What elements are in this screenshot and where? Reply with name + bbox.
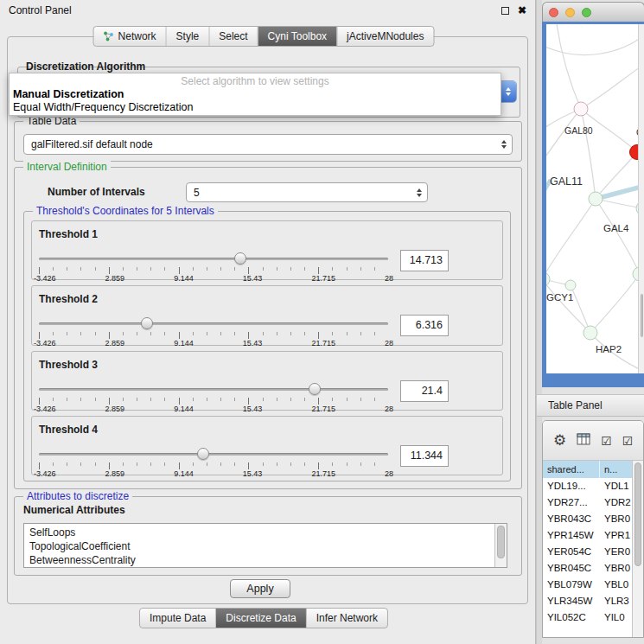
minimize-traffic-light-icon[interactable]: [565, 8, 575, 17]
thresholds-container: Threshold 1 -3.4262.8599.14415.4321.7152…: [31, 220, 503, 475]
threshold-slider[interactable]: -3.4262.8599.14415.4321.71528: [39, 317, 388, 347]
tick-label: 2.859: [105, 469, 125, 478]
gear-icon[interactable]: ⚙: [553, 433, 566, 448]
network-titlebar[interactable]: [542, 2, 644, 22]
slider-thumb[interactable]: [234, 252, 246, 265]
table-panel-header: Table Panel: [537, 394, 644, 417]
slider-thumb[interactable]: [141, 317, 153, 329]
threshold-value-field[interactable]: 11.344: [400, 445, 449, 467]
number-of-intervals-label: Number of Intervals: [48, 186, 145, 198]
slider-thumb[interactable]: [197, 448, 209, 460]
slider-ticks: [39, 398, 388, 405]
close-icon[interactable]: ✖: [518, 5, 526, 16]
tick-label: 28: [385, 339, 393, 348]
menu-option-manual-discretization[interactable]: Manual Discretization: [10, 88, 501, 101]
threshold-value-field[interactable]: 21.4: [400, 380, 449, 402]
menu-option-equal-width-frequency[interactable]: Equal Width/Frequency Discretization: [10, 101, 501, 114]
slider-ticks: [39, 462, 388, 469]
table-row[interactable]: YPR145WYPR1: [543, 527, 643, 544]
slider-track[interactable]: [39, 322, 388, 325]
network-canvas[interactable]: GAL80GAGAL11GAL4GCY1HAP2: [546, 24, 644, 373]
stepper-arrows-icon[interactable]: [501, 81, 516, 102]
table-row[interactable]: YER054CYER0: [543, 544, 643, 560]
network-node[interactable]: [589, 192, 603, 206]
list-item[interactable]: SelfLoops: [24, 526, 494, 539]
threshold-slider[interactable]: -3.4262.8599.14415.4321.71528: [39, 383, 388, 412]
network-edge: [571, 285, 590, 333]
app-root: Control Panel ✖ Network Style Select C: [0, 0, 644, 644]
table-cell[interactable]: YER054C: [543, 544, 600, 560]
number-of-intervals-combo[interactable]: 5: [186, 182, 428, 202]
tab-cyni-toolbox[interactable]: Cyni Toolbox: [258, 27, 336, 46]
network-node[interactable]: [574, 102, 588, 116]
slider-tick-labels: -3.4262.8599.14415.4321.71528: [34, 339, 393, 348]
network-edge: [581, 64, 644, 109]
network-icon: [104, 31, 114, 41]
table-cell[interactable]: YIL052C: [543, 609, 600, 626]
slider-ticks: [39, 267, 388, 274]
tick-label: 21.715: [311, 469, 335, 478]
apply-button[interactable]: Apply: [230, 579, 290, 598]
slider-thumb[interactable]: [309, 383, 321, 395]
network-edge: [581, 109, 596, 199]
table-cell[interactable]: YPR145W: [543, 527, 600, 544]
table-row[interactable]: YDR27...YDR2: [543, 494, 643, 511]
combo-value: galFiltered.sif default node: [31, 138, 153, 150]
slider-track[interactable]: [39, 453, 388, 456]
select-columns-icon[interactable]: ☑: [622, 435, 634, 447]
close-traffic-light-icon[interactable]: [549, 8, 558, 17]
network-edge: [557, 24, 581, 109]
tab-style[interactable]: Style: [166, 27, 209, 46]
network-scrollbar[interactable]: [638, 24, 644, 373]
tab-network[interactable]: Network: [94, 27, 166, 46]
network-node[interactable]: [565, 280, 576, 290]
tab-impute-data[interactable]: Impute Data: [140, 609, 215, 628]
float-window-icon[interactable]: [501, 7, 509, 15]
threshold-slider[interactable]: -3.4262.8599.14415.4321.71528: [39, 252, 388, 282]
network-node[interactable]: [546, 272, 550, 286]
table-scrollbar[interactable]: [632, 461, 643, 637]
table-row[interactable]: YIL052CYIL0: [543, 609, 643, 626]
list-scrollbar[interactable]: [494, 524, 507, 567]
list-item[interactable]: BetweennessCentrality: [24, 553, 494, 567]
tab-infer-network[interactable]: Infer Network: [306, 609, 387, 628]
tick-label: 9.144: [174, 469, 194, 478]
table-data-combo[interactable]: galFiltered.sif default node: [23, 134, 513, 155]
table-row[interactable]: YLR345WYLR3: [543, 593, 643, 609]
network-node[interactable]: [583, 326, 597, 340]
slider-track[interactable]: [39, 388, 388, 391]
select-all-columns-icon[interactable]: ☑: [601, 435, 612, 447]
table-cell[interactable]: YDR27...: [543, 494, 600, 511]
list-item[interactable]: TopologicalCoefficient: [24, 539, 494, 553]
columns-icon[interactable]: [577, 433, 590, 449]
table-cell[interactable]: YBL079W: [543, 577, 600, 593]
scrollbar-thumb[interactable]: [497, 526, 505, 558]
threshold-value-field[interactable]: 14.713: [400, 250, 449, 271]
table-cell[interactable]: YLR345W: [543, 593, 600, 609]
table-cell[interactable]: YBR043C: [543, 511, 600, 527]
table-row[interactable]: YDL19...YDL1: [543, 478, 643, 494]
tab-select[interactable]: Select: [208, 27, 257, 46]
zoom-traffic-light-icon[interactable]: [582, 8, 591, 17]
column-header-shared-name[interactable]: shared...: [543, 461, 600, 478]
tab-jactivemnodules[interactable]: jActiveMNodules: [336, 27, 433, 46]
tab-discretize-data[interactable]: Discretize Data: [215, 609, 305, 628]
panel-splitter[interactable]: [536, 0, 542, 644]
table-row[interactable]: YBR045CYBR0: [543, 560, 643, 577]
threshold-slider[interactable]: -3.4262.8599.14415.4321.71528: [39, 448, 388, 477]
threshold-panel: Threshold 1 -3.4262.8599.14415.4321.7152…: [31, 220, 503, 280]
threshold-value-field[interactable]: 6.316: [400, 315, 449, 336]
chevron-down-icon: [506, 92, 511, 96]
slider-track[interactable]: [39, 258, 388, 260]
scrollbar-thumb[interactable]: [634, 462, 641, 566]
table-row[interactable]: YBR043CYBR0: [543, 511, 643, 527]
threshold-panel: Threshold 2 -3.4262.8599.14415.4321.7152…: [31, 285, 503, 345]
group-title-interval-definition: Interval Definition: [23, 161, 111, 174]
slider-tick-labels: -3.4262.8599.14415.4321.71528: [34, 405, 393, 413]
network-node-label: HAP2: [596, 344, 622, 354]
table-row[interactable]: YBL079WYBL0: [543, 577, 643, 593]
scrollbar-thumb[interactable]: [641, 294, 643, 337]
table-cell[interactable]: YDL19...: [543, 478, 600, 494]
table-cell[interactable]: YBR045C: [543, 560, 600, 577]
tick-label: 21.715: [311, 405, 335, 413]
